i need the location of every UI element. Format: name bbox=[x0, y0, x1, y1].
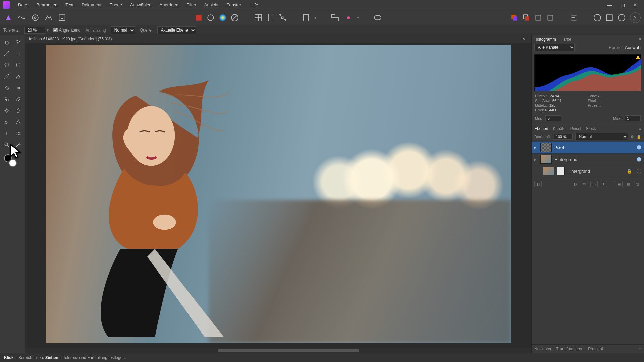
text-icon[interactable] bbox=[1, 128, 12, 139]
chevron-down-icon[interactable]: ▾ bbox=[47, 28, 49, 33]
layer-row[interactable]: Hintergrund 🔒 bbox=[532, 165, 644, 177]
chevron-down-icon[interactable]: ▾ bbox=[314, 15, 317, 20]
minimize-icon[interactable]: — bbox=[605, 2, 614, 8]
mesh-icon[interactable] bbox=[13, 128, 24, 139]
persona-export-icon[interactable] bbox=[57, 13, 67, 23]
add-fx-icon[interactable]: fx bbox=[581, 181, 588, 187]
color-well[interactable] bbox=[1, 153, 24, 169]
layer-row[interactable]: ▸ Hintergrund bbox=[532, 154, 644, 165]
snap-grid-icon[interactable] bbox=[253, 13, 263, 23]
channel-select[interactable]: Alle Kanäle bbox=[534, 44, 575, 51]
tab-transform[interactable]: Transformieren bbox=[556, 347, 583, 351]
layer-name[interactable]: Hintergrund bbox=[554, 157, 577, 162]
add-layer-icon[interactable] bbox=[509, 13, 519, 23]
menu-ebene[interactable]: Ebene bbox=[105, 0, 126, 10]
group-icon[interactable]: ▣ bbox=[615, 181, 623, 187]
tab-close-icon[interactable]: ✕ bbox=[519, 37, 528, 41]
swatch-fg-icon[interactable] bbox=[194, 13, 204, 23]
lock-icon[interactable]: 🔒 bbox=[637, 135, 641, 139]
zoom-icon[interactable] bbox=[1, 139, 12, 150]
tab-channels[interactable]: Kanäle bbox=[553, 126, 565, 131]
tolerance-input[interactable] bbox=[24, 27, 45, 34]
lasso-icon[interactable] bbox=[1, 60, 12, 70]
background-swatch[interactable] bbox=[9, 159, 17, 167]
menu-auswaehlen[interactable]: Auswählen bbox=[126, 0, 156, 10]
align-icon[interactable] bbox=[569, 13, 579, 23]
gradient-icon[interactable] bbox=[13, 82, 24, 93]
document-tab[interactable]: fashion-6146328_1920.jpg [Geändert] (75.… bbox=[25, 35, 531, 43]
tab-history[interactable]: Protokoll bbox=[588, 347, 604, 351]
menu-ansicht[interactable]: Ansicht bbox=[200, 0, 223, 10]
pen-icon[interactable] bbox=[1, 117, 12, 127]
document-image[interactable] bbox=[46, 45, 511, 343]
blend-mode-select[interactable]: Normal bbox=[111, 26, 135, 34]
persona-develop-icon[interactable] bbox=[30, 13, 40, 23]
layer-name[interactable]: Hintergrund bbox=[567, 169, 590, 174]
clone-icon[interactable] bbox=[1, 94, 12, 105]
menu-text[interactable]: Text bbox=[61, 0, 77, 10]
source-select[interactable]: Aktuelle Ebene bbox=[157, 26, 196, 34]
crop-icon[interactable] bbox=[13, 48, 24, 59]
contiguous-checkbox[interactable] bbox=[53, 28, 58, 32]
brush-icon[interactable] bbox=[1, 71, 12, 82]
tab-stock[interactable]: Stock bbox=[586, 126, 596, 131]
picker-icon[interactable] bbox=[13, 139, 24, 150]
order-front-icon[interactable] bbox=[533, 13, 543, 23]
tab-color[interactable]: Farbe bbox=[561, 37, 571, 42]
expand-icon[interactable]: ▸ bbox=[534, 157, 538, 162]
menu-hilfe[interactable]: Hilfe bbox=[246, 0, 262, 10]
lock-icon[interactable]: 🔒 bbox=[627, 169, 632, 174]
maximize-icon[interactable]: ▢ bbox=[618, 2, 627, 8]
gear-icon[interactable]: ⚙ bbox=[631, 135, 634, 139]
delete-icon[interactable]: 🗑 bbox=[634, 181, 641, 187]
layer-blend-select[interactable]: Normal bbox=[575, 133, 628, 140]
layer-row[interactable]: ▸ Pixel bbox=[532, 142, 644, 154]
move-icon[interactable] bbox=[13, 37, 24, 48]
tab-navigator[interactable]: Navigator bbox=[534, 347, 551, 351]
add-pixel-icon[interactable]: ▦ bbox=[625, 181, 632, 187]
min-input[interactable] bbox=[545, 115, 561, 121]
assistant-icon[interactable] bbox=[343, 13, 354, 23]
account-icon[interactable] bbox=[630, 12, 641, 23]
visibility-toggle-icon[interactable] bbox=[637, 145, 641, 150]
blur-icon[interactable] bbox=[13, 105, 24, 116]
help-icon[interactable] bbox=[616, 13, 627, 23]
arrange-icon[interactable] bbox=[330, 13, 340, 23]
menu-bearbeiten[interactable]: Bearbeiten bbox=[32, 0, 61, 10]
tab-histogram[interactable]: Histogramm bbox=[534, 37, 556, 42]
tab-layers[interactable]: Ebenen bbox=[534, 126, 548, 131]
node-icon[interactable] bbox=[1, 48, 12, 59]
visibility-toggle-icon[interactable] bbox=[637, 157, 641, 162]
order-back-icon[interactable] bbox=[545, 13, 555, 23]
fill-icon[interactable] bbox=[1, 82, 12, 93]
menu-filter[interactable]: Filter bbox=[182, 0, 200, 10]
snap-pixel-icon[interactable] bbox=[277, 13, 287, 23]
persona-tone-icon[interactable] bbox=[44, 13, 54, 23]
expand-icon[interactable]: ▸ bbox=[534, 145, 538, 150]
max-input[interactable] bbox=[625, 115, 641, 121]
shape-icon[interactable] bbox=[13, 117, 24, 127]
menu-fenster[interactable]: Fenster bbox=[222, 0, 245, 10]
heal-icon[interactable] bbox=[13, 94, 24, 105]
snap-guides-icon[interactable] bbox=[265, 13, 275, 23]
marquee-icon[interactable] bbox=[13, 60, 24, 70]
stock-icon[interactable] bbox=[592, 13, 602, 23]
add-adjust-icon[interactable]: ◐ bbox=[572, 181, 579, 187]
menu-anordnen[interactable]: Anordnen bbox=[156, 0, 182, 10]
tab-brushes[interactable]: Pinsel bbox=[570, 126, 581, 131]
opacity-input[interactable] bbox=[554, 134, 573, 140]
canvas[interactable] bbox=[46, 45, 511, 343]
menu-dokument[interactable]: Dokument bbox=[77, 0, 105, 10]
persona-liquify-icon[interactable] bbox=[17, 13, 27, 23]
mask-mode-icon[interactable]: ◧ bbox=[534, 181, 542, 187]
panel-menu-icon[interactable]: ≡ bbox=[639, 126, 641, 131]
mode-selection-label[interactable]: Auswahl bbox=[625, 45, 641, 50]
panel-menu-icon[interactable]: ≡ bbox=[639, 347, 641, 351]
close-icon[interactable]: ✕ bbox=[631, 2, 640, 8]
erase-icon[interactable] bbox=[13, 71, 24, 82]
quickmask-icon[interactable] bbox=[373, 13, 383, 23]
swatch-none-icon[interactable] bbox=[230, 13, 240, 23]
dodge-icon[interactable] bbox=[1, 105, 12, 116]
mode-layer-label[interactable]: Ebene bbox=[609, 45, 622, 50]
swatch-color-icon[interactable] bbox=[218, 13, 228, 23]
